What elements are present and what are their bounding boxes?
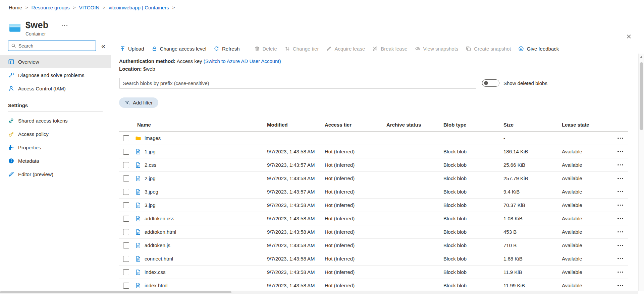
blob-name-link[interactable]: index.css (145, 269, 166, 275)
sidebar-item-shared-access-tokens[interactable]: Shared access tokens (0, 114, 111, 127)
vertical-scrollbar[interactable] (638, 54, 644, 291)
close-icon[interactable] (626, 33, 632, 41)
change-access-level-button[interactable]: Change access level (148, 44, 210, 54)
sidebar-item-diagnose[interactable]: Diagnose and solve problems (0, 68, 111, 82)
column-header-archive-status: Archive status (386, 122, 443, 128)
row-menu-icon[interactable] (612, 255, 625, 262)
row-menu-icon[interactable] (612, 215, 625, 222)
blob-name-link[interactable]: index.html (145, 283, 167, 288)
row-checkbox[interactable] (123, 135, 129, 141)
table-row[interactable]: index.html 9/7/2023, 1:43:58 AM Hot (Inf… (119, 279, 628, 292)
row-checkbox[interactable] (123, 175, 129, 181)
table-row[interactable]: 2.css 9/7/2023, 1:43:57 AM Hot (Inferred… (119, 158, 628, 172)
table-row[interactable]: images - (119, 132, 628, 145)
blob-name-link[interactable]: 3.jpg (145, 202, 156, 208)
add-filter-label: Add filter (133, 100, 153, 105)
cell-blob-type: Block blob (443, 283, 503, 288)
row-checkbox[interactable] (123, 242, 129, 248)
cell-size: 453 B (503, 229, 562, 235)
info-block: Authentication method: Access key (Switc… (119, 57, 634, 73)
row-checkbox[interactable] (123, 189, 129, 195)
switch-auth-link[interactable]: (Switch to Azure AD User Account) (204, 58, 281, 64)
vertical-scrollbar-thumb[interactable] (640, 62, 643, 130)
blob-name-link[interactable]: images (145, 135, 161, 141)
sidebar-settings-nav: Shared access tokens Access policy Prope… (0, 114, 111, 181)
row-menu-icon[interactable] (612, 162, 625, 168)
upload-button[interactable]: Upload (119, 44, 148, 54)
table-row[interactable]: connect.html 9/7/2023, 1:43:58 AM Hot (I… (119, 252, 628, 266)
cell-modified: 9/7/2023, 1:43:58 AM (267, 216, 325, 221)
table-row[interactable]: addtoken.js 9/7/2023, 1:43:58 AM Hot (In… (119, 239, 628, 252)
blob-name-link[interactable]: 2.jpg (145, 175, 156, 181)
row-checkbox[interactable] (123, 202, 129, 208)
blob-name-link[interactable]: 2.css (145, 162, 156, 168)
upload-icon (120, 46, 125, 52)
row-menu-icon[interactable] (612, 189, 625, 195)
table-row[interactable]: 3.jpeg 9/7/2023, 1:43:57 AM Hot (Inferre… (119, 185, 628, 199)
give-feedback-button[interactable]: Give feedback (515, 44, 562, 54)
sidebar-item-metadata[interactable]: Metadata (0, 154, 111, 167)
cell-access-tier: Hot (Inferred) (325, 162, 386, 168)
row-checkbox[interactable] (123, 283, 129, 289)
cell-access-tier: Hot (Inferred) (325, 242, 386, 248)
row-menu-icon[interactable] (612, 135, 625, 142)
location-label: Location: (119, 66, 142, 72)
sidebar-item-editor-preview[interactable]: Editor (preview) (0, 167, 111, 181)
breadcrumb-resource-groups[interactable]: Resource groups (32, 5, 70, 10)
row-menu-icon[interactable] (612, 282, 625, 289)
row-checkbox[interactable] (123, 149, 129, 155)
table-row[interactable]: 1.jpg 9/7/2023, 1:43:58 AM Hot (Inferred… (119, 145, 628, 158)
row-menu-icon[interactable] (612, 148, 625, 155)
table-row[interactable]: index.css 9/7/2023, 1:43:58 AM Hot (Infe… (119, 266, 628, 279)
sidebar-collapse-button[interactable]: « (101, 42, 105, 49)
table-row[interactable]: addtoken.html 9/7/2023, 1:43:58 AM Hot (… (119, 225, 628, 239)
scroll-up-arrow-icon[interactable] (640, 56, 643, 58)
add-filter-button[interactable]: Add filter (119, 97, 158, 108)
row-menu-icon[interactable] (612, 175, 625, 182)
blob-search-input[interactable] (119, 78, 476, 88)
row-menu-icon[interactable] (612, 202, 625, 209)
blob-name-link[interactable]: addtoken.html (145, 229, 176, 235)
column-header-blob-type: Blob type (443, 122, 503, 128)
cell-lease-state: Available (562, 269, 612, 275)
cell-size: 186.14 KiB (503, 149, 562, 154)
cell-lease-state: Available (562, 202, 612, 208)
file-icon (135, 216, 141, 222)
row-checkbox[interactable] (123, 256, 129, 262)
row-menu-icon[interactable] (612, 269, 625, 276)
row-menu-icon[interactable] (612, 229, 625, 235)
sidebar-item-access-policy[interactable]: Access policy (0, 127, 111, 141)
blob-name-link[interactable]: addtoken.css (145, 216, 174, 221)
shared-access-tokens-icon (8, 118, 14, 124)
sidebar-search-input[interactable] (18, 43, 94, 49)
show-deleted-toggle[interactable] (482, 79, 499, 87)
table-row[interactable]: addtoken.css 9/7/2023, 1:43:58 AM Hot (I… (119, 212, 628, 225)
blob-name-link[interactable]: 1.jpg (145, 149, 156, 154)
overview-icon (8, 59, 14, 65)
breadcrumb-vitcoin[interactable]: VITCOIN (79, 5, 99, 10)
more-options-icon[interactable] (60, 23, 69, 27)
sidebar-item-overview[interactable]: Overview (0, 55, 111, 68)
sidebar-item-properties[interactable]: Properties (0, 141, 111, 154)
table-row[interactable]: 2.jpg 9/7/2023, 1:43:58 AM Hot (Inferred… (119, 172, 628, 185)
column-header-access-tier: Access tier (325, 122, 386, 128)
horizontal-scrollbar-thumb[interactable] (0, 291, 231, 293)
row-checkbox[interactable] (123, 162, 129, 168)
row-checkbox[interactable] (123, 216, 129, 222)
breadcrumb-containers[interactable]: vitcoinwebapp | Containers (109, 5, 169, 10)
row-menu-icon[interactable] (612, 242, 625, 249)
blob-name-link[interactable]: addtoken.js (145, 242, 170, 248)
refresh-button[interactable]: Refresh (210, 44, 244, 54)
row-checkbox[interactable] (123, 269, 129, 275)
cell-access-tier: Hot (Inferred) (325, 202, 386, 208)
blob-name-link[interactable]: connect.html (145, 256, 173, 262)
row-checkbox[interactable] (123, 229, 129, 235)
table-row[interactable]: 3.jpg 9/7/2023, 1:43:58 AM Hot (Inferred… (119, 199, 628, 212)
sidebar: « Overview Diagnose and solve problems (0, 41, 111, 181)
blob-name-link[interactable]: 3.jpeg (145, 189, 158, 195)
breadcrumb-home[interactable]: Home (9, 5, 22, 10)
sidebar-item-access-control-iam[interactable]: Access Control (IAM) (0, 82, 111, 95)
create-snapshot-button: Create snapshot (462, 44, 515, 54)
horizontal-scrollbar[interactable] (0, 291, 638, 294)
change-access-level-label: Change access level (160, 46, 206, 52)
